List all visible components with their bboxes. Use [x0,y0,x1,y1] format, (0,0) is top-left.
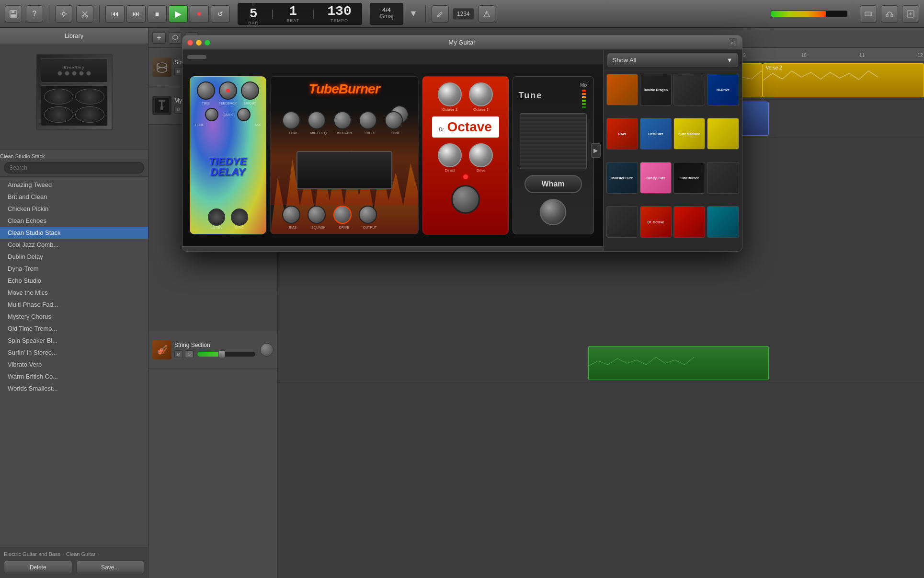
pencil-tool[interactable] [432,5,449,23]
effect-thumb-eff5[interactable]: RAW [606,118,638,150]
effect-thumb-eff9[interactable]: Monster Fuzz [606,162,638,194]
time-knob[interactable] [197,81,215,100]
midfreq-knob[interactable] [308,111,326,129]
effect-thumb-eff8[interactable] [707,118,739,150]
output-knob[interactable] [359,206,377,224]
effect-thumb-eff6[interactable]: OctaFuzz [640,118,672,150]
octave2-knob[interactable] [469,82,493,106]
mix-knob[interactable] [237,108,251,121]
position-display: 0 5 BAR | 1 BEAT | 130 TEMPO [238,3,362,25]
help-button[interactable]: ? [26,5,43,23]
direct-knob[interactable] [438,143,462,167]
effect-thumb-eff15[interactable] [673,206,705,238]
svg-marker-8 [484,11,490,17]
wham-treadle[interactable] [520,113,587,169]
wham-main-button[interactable]: Wham [525,175,582,193]
modal-body: TIME FEEDBACK BRIGHT DARK TONE MIX [183,50,742,251]
feedback-knob[interactable] [219,81,237,100]
dr-octave-footswitch[interactable] [451,185,480,214]
metronome-button[interactable] [478,5,495,23]
transport-controls: ⏮ ⏭ ■ ▶ ● ↺ [105,5,230,23]
divider-3 [425,5,426,23]
wham-tune-label: Tune [519,91,543,101]
svg-rect-2 [11,14,16,17]
pedal-wham[interactable]: Tune Mix [513,76,594,234]
divider-2 [99,5,100,23]
low-knob[interactable] [282,111,300,129]
pedal-tiedye-delay[interactable]: TIME FEEDBACK BRIGHT DARK TONE MIX [190,76,266,234]
fast-forward-button[interactable]: ⏭ [126,5,146,23]
tone-knob-tb[interactable] [385,111,403,129]
show-all-button[interactable]: Show All ▼ [607,53,738,67]
save-file-button[interactable] [5,5,22,23]
effect-thumb-eff7[interactable]: Fuzz Machine [673,118,705,150]
drive-knob-dr[interactable] [469,143,493,167]
squash-knob[interactable] [308,206,326,224]
bar-display: 0 5 BAR [248,2,259,25]
pedalboard-surface: TIME FEEDBACK BRIGHT DARK TONE MIX [183,64,603,246]
effect-thumb-eff1[interactable] [606,74,638,105]
effects-browser: Show All ▼ Double DragonHi-DriveRAWOctaF… [603,50,742,251]
time-signature-display[interactable]: 4/4 Gmaj [370,3,403,25]
note-number-display[interactable]: 1234 [453,8,474,20]
close-window-button[interactable] [187,40,193,46]
midgain-knob[interactable] [333,111,352,129]
effect-thumb-eff10[interactable]: Candy Fuzz [640,162,672,194]
effect-thumb-eff3[interactable] [673,74,705,105]
tubeburner-title: TubeBurner [308,81,379,97]
pedalboard-footer-label: Pedalboard [183,246,603,251]
pedal-tubeburner[interactable]: TubeBurner FAT [270,76,419,234]
effects-browser-header: Show All ▼ [604,50,742,71]
settings-button[interactable] [55,5,72,23]
bias-knob[interactable] [282,206,300,224]
sync-button-tiedye[interactable] [231,208,248,226]
effect-thumb-eff2[interactable]: Double Dragon [640,74,672,105]
effect-thumb-eff12[interactable] [707,162,739,194]
modal-resize-button[interactable]: ⊡ [729,38,737,47]
pedalboard-modal[interactable]: My Guitar ⊡ [182,35,742,252]
svg-rect-15 [891,14,893,17]
pedal-scroll-right[interactable]: ▶ [591,143,601,158]
pedal-dr-octave[interactable]: Octave 1 Octave 2 Dr. Octave [422,76,509,234]
drive-knob[interactable] [333,206,352,224]
play-button[interactable]: ▶ [169,5,188,23]
level-meter-fill [771,11,826,17]
high-knob[interactable] [359,111,377,129]
wham-mix-knob[interactable] [540,199,566,225]
effect-thumb-eff4[interactable]: Hi-Drive [707,74,739,105]
main-toolbar: ? ⏮ ⏭ ■ ▶ ● ↺ [0,0,924,28]
traffic-lights [187,40,210,46]
minimize-window-button[interactable] [196,40,202,46]
svg-point-3 [62,12,65,15]
effects-grid: Double DragonHi-DriveRAWOctaFuzzFuzz Mac… [604,71,742,251]
dropdown-arrow[interactable]: ▼ [409,9,418,19]
maximize-window-button[interactable] [205,40,210,46]
effect-thumb-eff14[interactable]: Dr. Octave [640,206,672,238]
pedalboard-top-strip [183,50,603,64]
tb-footswitch-area[interactable] [297,151,392,189]
stop-button[interactable]: ■ [148,5,167,23]
master-level-meter [771,11,847,17]
mix-indicator [582,90,586,108]
octave1-knob[interactable] [438,82,462,106]
cycle-button[interactable]: ↺ [211,5,230,23]
led-indicator [463,174,468,179]
share-button[interactable] [902,5,919,23]
tone-knob[interactable] [205,108,218,121]
modal-container: My Guitar ⊡ [0,28,924,578]
rewind-button[interactable]: ⏮ [105,5,125,23]
bright-knob[interactable] [241,81,259,100]
modal-title: My Guitar [187,39,737,46]
tempo-display: 130 TEMPO [327,5,351,23]
effect-thumb-eff13[interactable] [606,206,638,238]
cut-button[interactable] [76,5,93,23]
listen-button-tiedye[interactable] [208,208,225,226]
effect-thumb-eff11[interactable]: TubeBurner [673,162,705,194]
pedalboard-main[interactable]: TIME FEEDBACK BRIGHT DARK TONE MIX [183,50,603,251]
headphones-button[interactable] [881,5,898,23]
effect-thumb-eff16[interactable] [707,206,739,238]
record-button[interactable]: ● [190,5,209,23]
svg-rect-14 [886,14,888,17]
midi-button[interactable] [860,5,877,23]
modal-titlebar: My Guitar ⊡ [183,35,742,50]
